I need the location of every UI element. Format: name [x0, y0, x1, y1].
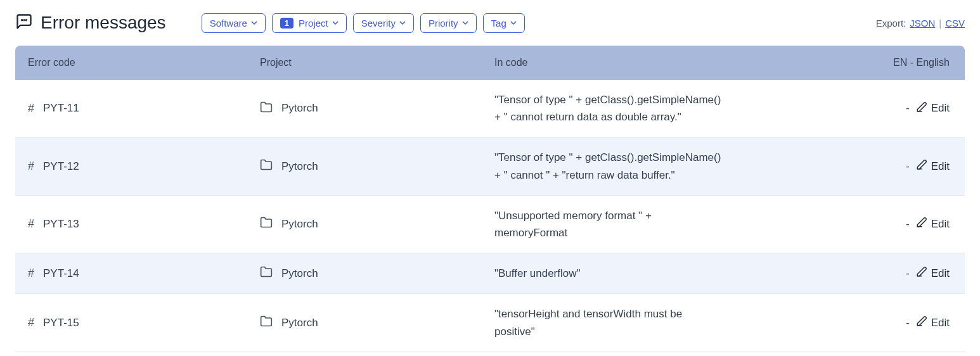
error-code: PYT-15 [43, 317, 79, 329]
cell-project: Pytorch [250, 147, 484, 186]
col-header-incode: In code [484, 46, 825, 80]
filter-label: Project [299, 18, 328, 29]
edit-icon [916, 159, 927, 174]
incode-text: "tensorHeight and tensorWidth must be po… [494, 305, 723, 340]
error-table: Error code Project In code EN - English … [15, 46, 965, 352]
chat-bubble-icon [15, 13, 33, 33]
folder-icon [260, 101, 273, 117]
hash-icon: # [28, 316, 34, 329]
col-header-project: Project [250, 46, 484, 80]
filter-software[interactable]: Software [202, 13, 266, 33]
cell-code: #PYT-12 [15, 148, 250, 184]
svg-point-1 [23, 20, 24, 20]
error-code: PYT-14 [43, 267, 79, 280]
cell-project: Pytorch [250, 89, 484, 128]
en-empty-dash: - [906, 102, 910, 115]
project-name: Pytorch [281, 267, 318, 280]
edit-label: Edit [931, 102, 950, 115]
chevron-down-icon [462, 20, 468, 26]
table-row: #PYT-12Pytorch"Tensor of type " + getCla… [15, 137, 965, 195]
cell-incode: "Tensor of type " + getClass().getSimple… [484, 137, 825, 194]
filter-label: Tag [491, 18, 506, 29]
en-empty-dash: - [906, 160, 910, 173]
cell-project: Pytorch [250, 303, 484, 342]
incode-text: "Buffer underflow" [494, 265, 723, 282]
table-body: #PYT-11Pytorch"Tensor of type " + getCla… [15, 80, 965, 352]
table-row: #PYT-14Pytorch"Buffer underflow"-Edit [15, 253, 965, 294]
incode-text: "Tensor of type " + getClass().getSimple… [494, 149, 723, 183]
cell-code: #PYT-15 [15, 305, 250, 341]
filter-label: Software [210, 18, 247, 29]
cell-en: -Edit [825, 205, 965, 243]
cell-code: #PYT-14 [15, 255, 250, 291]
hash-icon: # [28, 102, 34, 115]
folder-icon [260, 265, 273, 281]
edit-button[interactable]: Edit [916, 217, 950, 231]
filter-severity[interactable]: Severity [353, 13, 414, 33]
project-name: Pytorch [281, 317, 318, 329]
filter-bar: Software 1 Project Severity Priority T [202, 13, 525, 33]
cell-code: #PYT-11 [15, 91, 250, 127]
error-code: PYT-13 [43, 218, 79, 231]
cell-en: -Edit [825, 255, 965, 292]
en-empty-dash: - [906, 267, 910, 280]
cell-incode: "tensorHeight and tensorWidth must be po… [484, 294, 825, 351]
table-row: #PYT-11Pytorch"Tensor of type " + getCla… [15, 80, 965, 137]
export-label: Export: [876, 18, 906, 29]
hash-icon: # [28, 160, 34, 173]
col-header-code: Error code [15, 46, 250, 80]
edit-label: Edit [931, 317, 950, 329]
cell-incode: "Tensor of type " + getClass().getSimple… [484, 80, 825, 137]
cell-code: #PYT-13 [15, 206, 250, 242]
folder-icon [260, 158, 273, 174]
edit-button[interactable]: Edit [916, 101, 950, 116]
filter-tag[interactable]: Tag [483, 13, 525, 33]
en-empty-dash: - [906, 317, 910, 329]
table-row: #PYT-13Pytorch"Unsupported memory format… [15, 196, 965, 253]
export-csv-link[interactable]: CSV [945, 18, 965, 29]
project-name: Pytorch [281, 218, 318, 231]
page-title: Error messages [41, 13, 166, 33]
export-json-link[interactable]: JSON [910, 18, 935, 29]
edit-button[interactable]: Edit [916, 266, 950, 281]
filter-priority[interactable]: Priority [420, 13, 477, 33]
cell-project: Pytorch [250, 254, 484, 293]
folder-icon [260, 216, 273, 232]
filter-label: Severity [361, 18, 396, 29]
edit-label: Edit [931, 160, 950, 173]
svg-point-2 [26, 20, 27, 20]
folder-icon [260, 315, 273, 331]
project-name: Pytorch [281, 102, 318, 115]
edit-icon [916, 315, 927, 330]
filter-count-badge: 1 [280, 18, 293, 29]
chevron-down-icon [510, 20, 517, 26]
table-header: Error code Project In code EN - English [15, 46, 965, 80]
edit-icon [916, 266, 927, 281]
error-code: PYT-11 [43, 102, 79, 115]
edit-button[interactable]: Edit [916, 159, 950, 174]
en-empty-dash: - [906, 218, 910, 231]
incode-text: "Tensor of type " + getClass().getSimple… [494, 91, 723, 125]
error-code: PYT-12 [43, 160, 79, 173]
incode-text: "Unsupported memory format " + memoryFor… [494, 207, 723, 241]
chevron-down-icon [251, 20, 257, 26]
cell-en: -Edit [825, 148, 965, 185]
hash-icon: # [28, 217, 34, 231]
col-header-en: EN - English [825, 46, 965, 80]
cell-incode: "Unsupported memory format " + memoryFor… [484, 196, 825, 253]
edit-icon [916, 101, 927, 116]
cell-incode: "Buffer underflow" [484, 253, 825, 293]
edit-button[interactable]: Edit [916, 315, 950, 330]
svg-point-0 [22, 20, 22, 20]
project-name: Pytorch [281, 160, 318, 173]
export-separator: | [939, 18, 941, 29]
filter-label: Priority [429, 18, 458, 29]
table-row: #PYT-15Pytorch"tensorHeight and tensorWi… [15, 294, 965, 352]
filter-project[interactable]: 1 Project [272, 13, 347, 33]
edit-label: Edit [931, 267, 950, 280]
export-group: Export: JSON | CSV [876, 18, 965, 29]
cell-en: -Edit [825, 90, 965, 127]
chevron-down-icon [332, 20, 338, 26]
edit-label: Edit [931, 218, 950, 231]
cell-project: Pytorch [250, 205, 484, 243]
